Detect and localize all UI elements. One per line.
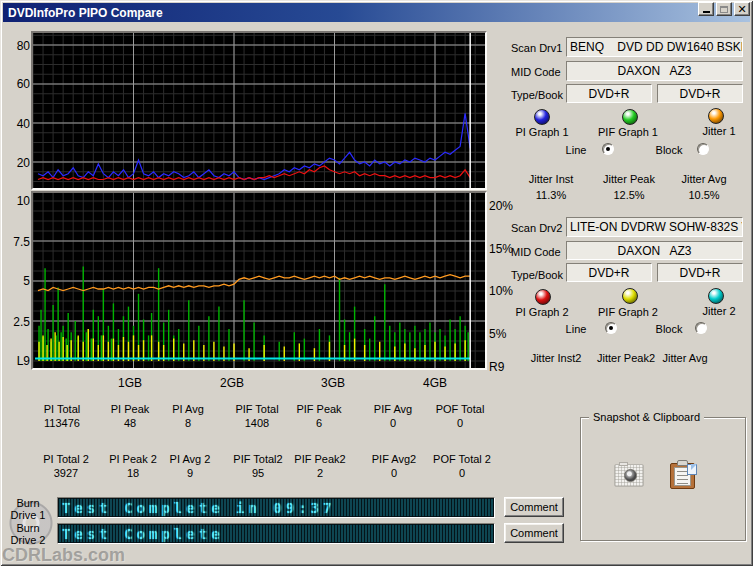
line2-radio[interactable] — [605, 322, 617, 334]
line1-radio[interactable] — [602, 143, 614, 155]
jitter-inst-value: 11.3% — [521, 189, 581, 201]
block2-radio[interactable] — [695, 322, 707, 334]
pif-graph1-led — [622, 109, 638, 125]
y-tick-shared: 10 — [2, 194, 30, 208]
maximize-icon — [720, 6, 728, 13]
mid-code1-field: DAXON AZ3 — [566, 61, 743, 81]
y-tick-pct: 5% — [489, 327, 523, 341]
jitter2-label: Jitter 2 — [697, 305, 741, 317]
jitter2-led — [708, 288, 724, 304]
jitter-avg-label: Jitter Avg — [674, 173, 734, 185]
y-tick: 80 — [2, 39, 30, 53]
jitter-peak-label: Jitter Peak — [599, 173, 659, 185]
y-tick: 60 — [2, 77, 30, 91]
jitter1-label: Jitter 1 — [697, 125, 741, 137]
type-book2-label: Type/Book — [511, 269, 563, 281]
snapshot-clipboard-group: Snapshot & Clipboard — [580, 417, 746, 541]
snapshot-clipboard-title: Snapshot & Clipboard — [589, 411, 704, 423]
scan-drv1-field: BENQ DVD DD DW1640 BSKB — [566, 37, 743, 57]
y-tick: 20 — [2, 156, 30, 170]
y-tick: 40 — [2, 117, 30, 131]
jitter-inst2-label: Jitter Inst2 — [524, 352, 588, 364]
pif-jitter-chart — [31, 191, 487, 370]
drive1-status-text: Test Complete in 09:37 — [62, 500, 335, 516]
x-tick: 2GB — [207, 376, 257, 390]
y-tick: 7.5 — [2, 235, 30, 249]
window-title: DVDInfoPro PIPO Compare — [8, 6, 163, 20]
pi-error-plot — [33, 33, 485, 188]
block2-label: Block — [648, 323, 690, 335]
type-book2-field-a: DVD+R — [566, 263, 652, 282]
scan-drv2-field: LITE-ON DVDRW SOHW-832S VS0 — [566, 217, 743, 237]
camera-icon — [614, 464, 644, 487]
drive2-status-text: Test Complete — [62, 526, 224, 542]
minimize-icon — [703, 11, 710, 13]
maximize-button[interactable] — [716, 2, 732, 16]
y-tick-pct: 10% — [489, 284, 523, 298]
mid-code1-label: MID Code — [511, 66, 561, 78]
minimize-button[interactable] — [698, 2, 714, 16]
jitter-avg2-label: Jitter Avg — [656, 352, 714, 364]
type-book1-field-b: DVD+R — [657, 84, 743, 103]
close-icon: ✕ — [737, 4, 746, 15]
snapshot-camera-button[interactable] — [614, 464, 644, 487]
pi-error-chart — [31, 31, 487, 190]
y-tick: 5 — [2, 274, 30, 288]
jitter1-led — [708, 108, 724, 124]
stat-pof-total-2: POF Total 20 — [416, 452, 508, 480]
pi-graph2-label: PI Graph 2 — [512, 306, 572, 318]
pif-graph2-label: PIF Graph 2 — [596, 306, 660, 318]
mid-code2-label: MID Code — [511, 246, 561, 258]
y-tick-corner-right: R9 — [489, 360, 523, 374]
drive1-status-display: Test Complete in 09:37 — [57, 497, 495, 518]
comment2-button[interactable]: Comment — [504, 523, 564, 543]
dvdinfopro-window: DVDInfoPro PIPO Compare ✕ 80 60 40 20 10… — [0, 0, 753, 566]
pi-graph1-led — [534, 109, 550, 125]
type-book1-field-a: DVD+R — [566, 84, 652, 103]
comment1-button[interactable]: Comment — [504, 497, 564, 517]
scan-drv2-label: Scan Drv2 — [511, 222, 562, 234]
x-tick: 1GB — [105, 376, 155, 390]
mid-code2-field: DAXON AZ3 — [566, 241, 743, 260]
drive2-status-display: Test Complete — [57, 523, 495, 544]
block1-label: Block — [648, 144, 690, 156]
title-bar[interactable]: DVDInfoPro PIPO Compare — [3, 3, 750, 22]
x-tick: 4GB — [410, 376, 460, 390]
x-tick: 3GB — [308, 376, 358, 390]
pif-jitter-plot — [33, 193, 485, 368]
jitter-avg-value: 10.5% — [674, 189, 734, 201]
type-book1-label: Type/Book — [511, 89, 563, 101]
jitter-peak2-label: Jitter Peak2 — [592, 352, 660, 364]
y-tick-corner-left: L9 — [2, 354, 30, 368]
pi-graph2-led — [535, 289, 551, 305]
line1-label: Line — [556, 144, 596, 156]
line2-label: Line — [556, 323, 596, 335]
block1-radio[interactable] — [697, 143, 709, 155]
window-controls: ✕ — [698, 2, 750, 16]
burn-drive2-label: BurnDrive 2 — [0, 522, 56, 546]
type-book2-field-b: DVD+R — [657, 263, 743, 282]
pif-graph1-label: PIF Graph 1 — [596, 126, 660, 138]
burn-drive1-label: BurnDrive 1 — [0, 497, 56, 521]
y-tick: 2.5 — [2, 315, 30, 329]
scan-drv1-label: Scan Drv1 — [511, 42, 562, 54]
copy-to-clipboard-button[interactable] — [670, 460, 699, 489]
jitter-peak-value: 12.5% — [599, 189, 659, 201]
close-button[interactable]: ✕ — [734, 2, 750, 16]
jitter-inst-label: Jitter Inst — [521, 173, 581, 185]
cdrlabs-watermark: CDRLabs.com — [2, 545, 125, 566]
pi-graph1-label: PI Graph 1 — [512, 126, 572, 138]
pif-graph2-led — [622, 288, 638, 304]
y-tick-pct: 20% — [489, 199, 523, 213]
stat-pof-total: POF Total0 — [414, 402, 506, 430]
